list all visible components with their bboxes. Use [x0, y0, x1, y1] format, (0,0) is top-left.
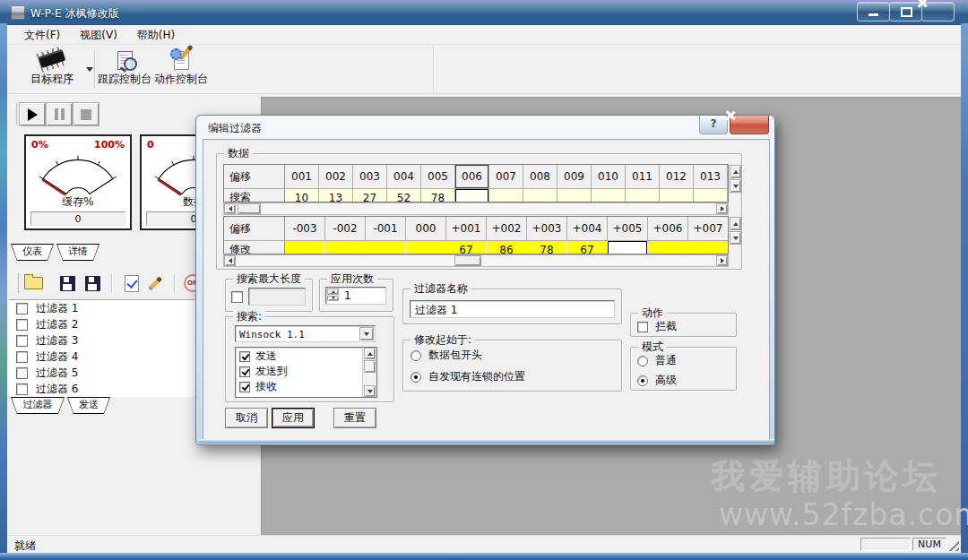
data-cell-003[interactable]: 27 [353, 189, 387, 202]
scroll-left-button[interactable] [224, 203, 236, 214]
data-cell-011[interactable] [626, 189, 660, 202]
intercept-checkbox[interactable] [637, 322, 648, 332]
intercept-option[interactable]: 拦截 [637, 319, 677, 334]
column-header-+007[interactable]: +007 [688, 217, 729, 241]
cancel-button[interactable]: 取消 [225, 408, 268, 428]
scroll-up-button[interactable] [364, 348, 376, 359]
window-titlebar[interactable]: W-P-E 冰枫修改版 [0, 0, 968, 25]
column-header-+004[interactable]: +004 [567, 217, 608, 241]
vscroll-thumb[interactable] [364, 360, 376, 373]
modify-table-hscroll[interactable] [223, 254, 729, 267]
modify-start-radio[interactable] [411, 372, 421, 383]
list-tab[interactable]: 发送 [67, 397, 110, 414]
menu-item[interactable]: 帮助(H) [127, 25, 185, 46]
search-offsets-table[interactable]: 偏移00100200300400500600700800901001101201… [223, 164, 729, 202]
column-header-013[interactable]: 013 [694, 165, 728, 189]
column-header-004[interactable]: 004 [387, 165, 421, 189]
dialog-close-button[interactable] [730, 116, 769, 134]
spin-down-button[interactable] [327, 296, 339, 302]
mode-radio[interactable] [637, 356, 648, 366]
menu-item[interactable]: 文件(F) [14, 25, 70, 46]
column-header--001[interactable]: -001 [366, 217, 406, 241]
data-cell-+005[interactable] [608, 241, 648, 254]
combobox-dropdown-button[interactable] [359, 327, 374, 340]
target-program-dropdown-icon[interactable] [86, 67, 93, 72]
filter-name-input[interactable]: 过滤器 1 [410, 300, 615, 318]
view-tab[interactable]: 仪表 [11, 244, 54, 261]
menu-item[interactable]: 视图(V) [70, 25, 127, 46]
max-search-length-input[interactable] [248, 288, 306, 306]
column-header-000[interactable]: 000 [406, 217, 446, 241]
column-header-002[interactable]: 002 [319, 165, 353, 189]
data-cell-013[interactable] [694, 189, 728, 202]
direction-checkbox[interactable] [239, 366, 250, 377]
data-cell-000[interactable] [406, 241, 446, 254]
max-search-length-checkbox[interactable] [231, 291, 243, 303]
column-header-009[interactable]: 009 [557, 165, 592, 189]
window-bottom-border[interactable] [0, 553, 968, 560]
data-cell-010[interactable] [592, 189, 626, 202]
data-cell-008[interactable] [523, 189, 557, 202]
scroll-down-button[interactable] [730, 179, 741, 193]
apply-count-spinner[interactable] [327, 289, 339, 301]
data-cell-+004[interactable]: 67 [567, 241, 608, 254]
pause-button[interactable] [46, 102, 73, 126]
save-all-filters-button[interactable] [81, 271, 104, 295]
option-list-scrollbar[interactable] [362, 348, 376, 397]
data-cell-+003[interactable]: 78 [527, 241, 567, 254]
modify-start-radio[interactable] [411, 350, 421, 361]
modify-offsets-table[interactable]: 偏移-003-002-001000+001+002+003+004+005+00… [223, 216, 729, 254]
view-tab[interactable]: 详情 [56, 244, 99, 261]
resize-grip[interactable] [947, 539, 959, 551]
column-header-003[interactable]: 003 [353, 165, 387, 189]
column-header-+005[interactable]: +005 [608, 217, 648, 241]
data-cell--001[interactable] [366, 241, 406, 254]
data-cell-007[interactable] [489, 189, 523, 202]
minimize-button[interactable] [857, 2, 890, 22]
data-cell-+001[interactable]: 67 [446, 241, 487, 254]
mode-radio[interactable] [637, 375, 648, 386]
filter-checkbox[interactable] [16, 383, 28, 395]
mode-option[interactable]: 普通 [637, 353, 677, 368]
data-cell-005[interactable]: 78 [421, 189, 455, 202]
column-header-010[interactable]: 010 [592, 165, 626, 189]
column-header-005[interactable]: 005 [421, 165, 455, 189]
direction-option[interactable]: 接收 [236, 379, 376, 394]
data-cell-+006[interactable] [648, 241, 688, 254]
spin-up-button[interactable] [327, 289, 339, 295]
search-table-vscroll[interactable] [730, 165, 741, 194]
column-header--003[interactable]: -003 [285, 217, 325, 241]
scroll-right-button[interactable] [716, 203, 728, 214]
edit-filter-button[interactable] [143, 271, 167, 295]
filter-checkbox[interactable] [16, 335, 28, 347]
filter-checkbox[interactable] [16, 367, 28, 379]
data-cell--002[interactable] [325, 241, 366, 254]
hscroll-thumb[interactable] [454, 255, 481, 266]
scroll-left-button[interactable] [224, 255, 236, 266]
trace-console-button[interactable]: 跟踪控制台 [97, 47, 152, 90]
apply-button[interactable]: 应用 [272, 408, 315, 428]
target-program-button[interactable]: 目标程序 [18, 47, 86, 90]
modify-table-vscroll[interactable] [730, 217, 741, 246]
action-console-button[interactable]: 动作控制台 [153, 47, 209, 90]
search-table-hscroll[interactable] [223, 202, 729, 215]
filter-checkbox[interactable] [16, 319, 28, 331]
data-cell-009[interactable] [557, 189, 592, 202]
stop-button[interactable] [73, 102, 99, 126]
column-header-001[interactable]: 001 [285, 165, 319, 189]
filter-checkbox[interactable] [16, 303, 28, 314]
modify-start-option[interactable]: 自发现有连锁的位置 [411, 369, 525, 384]
scroll-down-button[interactable] [730, 231, 741, 245]
column-header-012[interactable]: 012 [660, 165, 694, 189]
column-header-011[interactable]: 011 [626, 165, 660, 189]
hscroll-thumb[interactable] [238, 203, 261, 214]
data-cell-002[interactable]: 13 [319, 189, 353, 202]
scroll-down-button[interactable] [364, 385, 376, 397]
column-header-007[interactable]: 007 [489, 165, 523, 189]
scroll-up-button[interactable] [730, 217, 741, 230]
data-cell-+002[interactable]: 86 [487, 241, 527, 254]
scroll-right-button[interactable] [716, 255, 728, 266]
modify-start-option[interactable]: 数据包开头 [411, 348, 525, 363]
direction-option[interactable]: 发送 [236, 349, 376, 364]
data-cell-006[interactable] [455, 189, 489, 202]
